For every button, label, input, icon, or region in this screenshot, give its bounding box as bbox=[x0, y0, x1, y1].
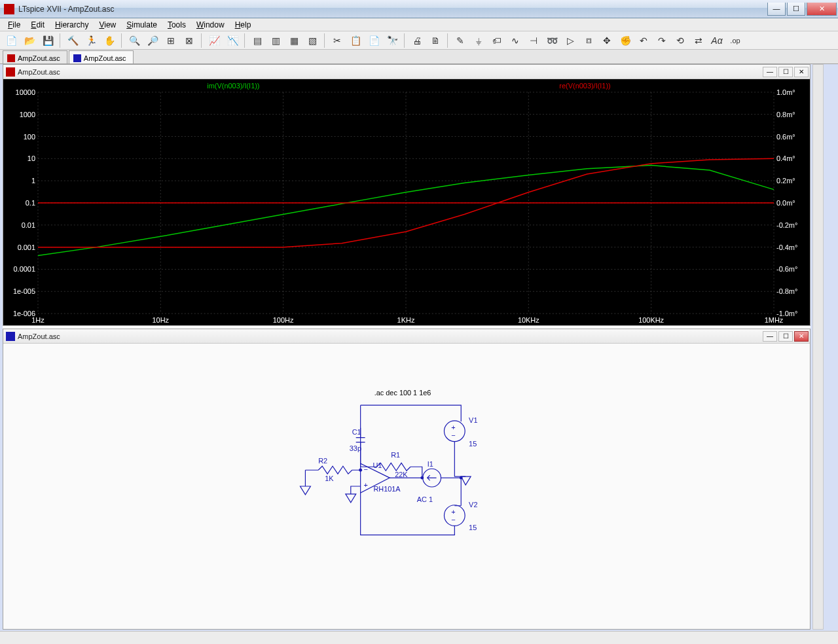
plot-window-titlebar[interactable]: AmpZout.asc — ☐ ✕ bbox=[3, 65, 810, 79]
paste-icon[interactable]: 📄 bbox=[365, 33, 382, 48]
legend-red[interactable]: re(V(n003)/I(I1)) bbox=[559, 82, 610, 90]
pencil-icon[interactable]: ✎ bbox=[452, 33, 469, 48]
label-icon[interactable]: 🏷 bbox=[488, 33, 505, 48]
minimize-button[interactable]: — bbox=[767, 3, 786, 16]
open-icon[interactable]: 📂 bbox=[21, 33, 38, 48]
label-u1[interactable]: U1 bbox=[373, 461, 382, 469]
menu-hierarchy[interactable]: Hierarchy bbox=[50, 19, 94, 31]
svg-text:0.8m°: 0.8m° bbox=[776, 111, 795, 118]
save-icon[interactable]: 💾 bbox=[39, 33, 56, 48]
label-c1[interactable]: C1 bbox=[352, 428, 361, 436]
tab-plot[interactable]: AmpZout.asc bbox=[3, 50, 67, 63]
resistor-icon[interactable]: ∿ bbox=[507, 33, 524, 48]
svg-text:1.0m°: 1.0m° bbox=[776, 88, 795, 96]
diode-icon[interactable]: ▷ bbox=[562, 33, 579, 48]
tile-vert-icon[interactable]: ▥ bbox=[267, 33, 284, 48]
new-schematic-icon[interactable]: 📄 bbox=[3, 33, 20, 48]
close-button[interactable]: ✕ bbox=[794, 331, 809, 342]
plot-window-title: AmpZout.asc bbox=[18, 68, 763, 76]
y-axis-right[interactable]: 1.0m° 0.8m° 0.6m° 0.4m° 0.2m° 0.0m° -0.2… bbox=[776, 88, 797, 317]
label-r1[interactable]: R1 bbox=[391, 451, 400, 459]
zoom-rect-icon[interactable]: ⊞ bbox=[162, 33, 179, 48]
menu-edit[interactable]: Edit bbox=[26, 19, 50, 31]
window-title: LTspice XVII - AmpZout.asc bbox=[18, 5, 766, 14]
schematic-svg: .ac dec 100 1 1e6 + − V1 15 C1 33p bbox=[3, 344, 810, 629]
svg-text:-0.4m°: -0.4m° bbox=[776, 243, 797, 251]
menu-simulate[interactable]: Simulate bbox=[121, 19, 162, 31]
menu-help[interactable]: Help bbox=[230, 19, 257, 31]
value-u1[interactable]: RH101A bbox=[373, 485, 401, 493]
maximize-button[interactable]: ☐ bbox=[778, 67, 793, 77]
menu-window[interactable]: Window bbox=[191, 19, 230, 31]
content-area: AmpZout.asc — ☐ ✕ im(V(n003)/I(I1)) re(V… bbox=[3, 64, 811, 630]
minimize-button[interactable]: — bbox=[763, 67, 777, 77]
schematic-window-titlebar[interactable]: AmpZout.asc — ☐ ✕ bbox=[3, 329, 810, 344]
redo-icon[interactable]: ↷ bbox=[653, 33, 670, 48]
menu-view[interactable]: View bbox=[94, 19, 121, 31]
plot-window: AmpZout.asc — ☐ ✕ im(V(n003)/I(I1)) re(V… bbox=[3, 64, 811, 326]
close-button[interactable]: ✕ bbox=[807, 3, 837, 16]
vertical-scrollbar[interactable] bbox=[812, 64, 824, 630]
inductor-icon[interactable]: ➿ bbox=[543, 33, 560, 48]
move-icon[interactable]: ✥ bbox=[598, 33, 615, 48]
statusbar bbox=[0, 631, 838, 644]
component-icon[interactable]: ⧈ bbox=[580, 33, 597, 48]
zoom-fit-icon[interactable]: ⊠ bbox=[181, 33, 198, 48]
copy-icon[interactable]: 📋 bbox=[347, 33, 364, 48]
svg-text:10KHz: 10KHz bbox=[518, 316, 539, 324]
spice-directive[interactable]: .ac dec 100 1 1e6 bbox=[374, 389, 431, 397]
cascade-icon[interactable]: ▦ bbox=[285, 33, 302, 48]
drag-icon[interactable]: ✊ bbox=[617, 33, 634, 48]
maximize-button[interactable]: ☐ bbox=[778, 331, 793, 342]
app-icon bbox=[4, 4, 14, 14]
component-r2[interactable] bbox=[318, 466, 352, 474]
print-icon[interactable]: 🖨 bbox=[409, 33, 426, 48]
tab-schematic[interactable]: AmpZout.asc bbox=[69, 50, 134, 63]
x-axis[interactable]: 1Hz 10Hz 100Hz 1KHz 10KHz 100KHz 1MHz bbox=[31, 316, 784, 324]
separator bbox=[201, 33, 202, 48]
ground-icon[interactable]: ⏚ bbox=[470, 33, 487, 48]
y-axis-left[interactable]: 10000 1000 100 10 1 0.1 0.01 0.001 0.000… bbox=[13, 88, 35, 317]
schematic-canvas[interactable]: .ac dec 100 1 1e6 + − V1 15 C1 33p bbox=[3, 344, 810, 629]
zoom-out-icon[interactable]: 🔎 bbox=[144, 33, 161, 48]
scissors-icon[interactable]: 🔨 bbox=[64, 33, 81, 48]
separator bbox=[244, 33, 246, 48]
rotate-icon[interactable]: ⟲ bbox=[672, 33, 689, 48]
capacitor-icon[interactable]: ⊣ bbox=[525, 33, 542, 48]
label-v2[interactable]: V2 bbox=[469, 501, 477, 509]
find-icon[interactable]: 🔭 bbox=[384, 33, 401, 48]
plot-canvas[interactable]: im(V(n003)/I(I1)) re(V(n003)/I(I1)) bbox=[3, 79, 810, 325]
tile-horiz-icon[interactable]: ▤ bbox=[249, 33, 266, 48]
cursor-icon[interactable]: 📉 bbox=[224, 33, 241, 48]
close-win-icon[interactable]: ▧ bbox=[304, 33, 321, 48]
plot-icon bbox=[7, 54, 15, 62]
value-i1[interactable]: AC 1 bbox=[417, 495, 433, 503]
value-v1[interactable]: 15 bbox=[469, 440, 477, 448]
run-icon[interactable]: 🏃 bbox=[82, 33, 100, 48]
print-setup-icon[interactable]: 🗎 bbox=[427, 33, 444, 48]
op-icon[interactable]: .op bbox=[727, 33, 744, 48]
separator bbox=[324, 33, 325, 48]
label-i1[interactable]: I1 bbox=[428, 460, 433, 468]
svg-text:1000: 1000 bbox=[20, 111, 35, 118]
mirror-icon[interactable]: ⇄ bbox=[690, 33, 707, 48]
value-c1[interactable]: 33p bbox=[350, 444, 361, 452]
close-button[interactable]: ✕ bbox=[794, 67, 809, 77]
text-icon[interactable]: Aα bbox=[708, 33, 725, 48]
pan-icon[interactable]: ✋ bbox=[101, 33, 118, 48]
undo-icon[interactable]: ↶ bbox=[635, 33, 652, 48]
autorange-icon[interactable]: 📈 bbox=[206, 33, 223, 48]
value-v2[interactable]: 15 bbox=[469, 524, 477, 531]
menu-file[interactable]: File bbox=[3, 19, 26, 31]
cut-icon[interactable]: ✂ bbox=[329, 33, 346, 48]
label-r2[interactable]: R2 bbox=[318, 457, 327, 465]
menu-tools[interactable]: Tools bbox=[162, 19, 191, 31]
minimize-button[interactable]: — bbox=[763, 331, 777, 342]
zoom-in-icon[interactable]: 🔍 bbox=[126, 33, 143, 48]
value-r1[interactable]: 22K bbox=[395, 471, 408, 478]
legend-green[interactable]: im(V(n003)/I(I1)) bbox=[207, 82, 259, 90]
maximize-button[interactable]: ☐ bbox=[787, 3, 805, 16]
value-r2[interactable]: 1K bbox=[325, 474, 334, 482]
svg-text:−: − bbox=[364, 465, 368, 473]
label-v1[interactable]: V1 bbox=[469, 416, 477, 424]
